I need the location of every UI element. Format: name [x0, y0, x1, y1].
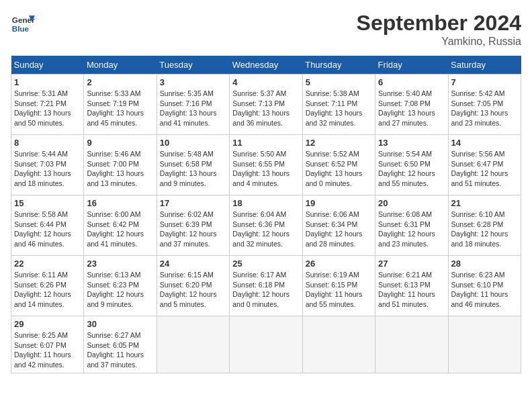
table-row: 10Sunrise: 5:48 AMSunset: 6:58 PMDayligh… [157, 135, 229, 195]
table-row: 20Sunrise: 6:08 AMSunset: 6:31 PMDayligh… [375, 195, 448, 256]
table-row: 13Sunrise: 5:54 AMSunset: 6:50 PMDayligh… [375, 135, 448, 195]
header-saturday: Saturday [448, 56, 521, 75]
day-number: 5 [306, 77, 372, 87]
table-row [448, 316, 521, 373]
day-info: Sunrise: 5:40 AMSunset: 7:08 PMDaylight:… [378, 89, 435, 127]
day-info: Sunrise: 6:02 AMSunset: 6:39 PMDaylight:… [160, 210, 217, 248]
table-row: 16Sunrise: 6:00 AMSunset: 6:42 PMDayligh… [84, 195, 157, 256]
day-number: 19 [306, 198, 372, 208]
day-number: 13 [378, 138, 445, 148]
title-block: September 2024 Yamkino, Russia [357, 11, 521, 48]
table-row: 12Sunrise: 5:52 AMSunset: 6:52 PMDayligh… [302, 135, 375, 195]
day-info: Sunrise: 5:46 AMSunset: 7:00 PMDaylight:… [87, 150, 144, 187]
day-number: 10 [160, 138, 226, 148]
day-info: Sunrise: 6:10 AMSunset: 6:28 PMDaylight:… [451, 210, 508, 248]
day-number: 21 [451, 198, 518, 208]
day-number: 20 [378, 198, 445, 208]
day-info: Sunrise: 6:13 AMSunset: 6:23 PMDaylight:… [87, 271, 144, 308]
day-info: Sunrise: 5:44 AMSunset: 7:03 PMDaylight:… [14, 150, 71, 187]
day-number: 25 [232, 259, 299, 269]
day-info: Sunrise: 5:42 AMSunset: 7:05 PMDaylight:… [451, 89, 508, 127]
day-number: 17 [160, 198, 226, 208]
day-number: 2 [87, 77, 153, 87]
table-row: 19Sunrise: 6:06 AMSunset: 6:34 PMDayligh… [302, 195, 375, 256]
day-number: 1 [14, 77, 81, 87]
table-row [302, 316, 375, 373]
day-number: 23 [87, 259, 153, 269]
table-row: 14Sunrise: 5:56 AMSunset: 6:47 PMDayligh… [448, 135, 521, 195]
day-number: 7 [451, 77, 518, 87]
table-row: 17Sunrise: 6:02 AMSunset: 6:39 PMDayligh… [157, 195, 229, 256]
logo: General Blue [11, 11, 35, 35]
day-info: Sunrise: 5:35 AMSunset: 7:16 PMDaylight:… [160, 89, 217, 127]
location: Yamkino, Russia [357, 36, 521, 48]
day-number: 9 [87, 138, 153, 148]
day-info: Sunrise: 6:21 AMSunset: 6:13 PMDaylight:… [378, 271, 435, 308]
day-info: Sunrise: 6:17 AMSunset: 6:18 PMDaylight:… [232, 271, 290, 308]
day-number: 11 [232, 138, 299, 148]
table-row: 11Sunrise: 5:50 AMSunset: 6:55 PMDayligh… [230, 135, 302, 195]
day-number: 15 [14, 198, 81, 208]
logo-icon: General Blue [11, 11, 35, 35]
svg-text:Blue: Blue [12, 24, 30, 33]
table-row: 29Sunrise: 6:25 AMSunset: 6:07 PMDayligh… [11, 316, 84, 373]
day-info: Sunrise: 5:48 AMSunset: 6:58 PMDaylight:… [160, 150, 217, 187]
day-number: 24 [160, 259, 226, 269]
table-row: 25Sunrise: 6:17 AMSunset: 6:18 PMDayligh… [230, 256, 302, 316]
table-row: 6Sunrise: 5:40 AMSunset: 7:08 PMDaylight… [375, 75, 448, 135]
day-number: 22 [14, 259, 81, 269]
table-row: 5Sunrise: 5:38 AMSunset: 7:11 PMDaylight… [302, 75, 375, 135]
header-sunday: Sunday [11, 56, 84, 75]
day-number: 29 [14, 319, 81, 329]
day-info: Sunrise: 5:33 AMSunset: 7:19 PMDaylight:… [87, 89, 144, 127]
day-info: Sunrise: 5:52 AMSunset: 6:52 PMDaylight:… [306, 150, 363, 187]
table-row: 1Sunrise: 5:31 AMSunset: 7:21 PMDaylight… [11, 75, 84, 135]
header-tuesday: Tuesday [157, 56, 229, 75]
table-row: 26Sunrise: 6:19 AMSunset: 6:15 PMDayligh… [302, 256, 375, 316]
day-info: Sunrise: 6:08 AMSunset: 6:31 PMDaylight:… [378, 210, 435, 248]
calendar-table: Sunday Monday Tuesday Wednesday Thursday… [11, 56, 521, 373]
page-header: General Blue September 2024 Yamkino, Rus… [11, 11, 521, 48]
table-row: 27Sunrise: 6:21 AMSunset: 6:13 PMDayligh… [375, 256, 448, 316]
day-info: Sunrise: 6:19 AMSunset: 6:15 PMDaylight:… [306, 271, 363, 308]
day-number: 16 [87, 198, 153, 208]
day-info: Sunrise: 6:15 AMSunset: 6:20 PMDaylight:… [160, 271, 217, 308]
day-number: 18 [232, 198, 299, 208]
day-number: 4 [232, 77, 299, 87]
table-row [375, 316, 448, 373]
day-info: Sunrise: 6:00 AMSunset: 6:42 PMDaylight:… [87, 210, 144, 248]
table-row: 7Sunrise: 5:42 AMSunset: 7:05 PMDaylight… [448, 75, 521, 135]
table-row: 30Sunrise: 6:27 AMSunset: 6:05 PMDayligh… [84, 316, 157, 373]
day-number: 6 [378, 77, 445, 87]
table-row: 28Sunrise: 6:23 AMSunset: 6:10 PMDayligh… [448, 256, 521, 316]
day-info: Sunrise: 5:31 AMSunset: 7:21 PMDaylight:… [14, 89, 71, 127]
table-row: 15Sunrise: 5:58 AMSunset: 6:44 PMDayligh… [11, 195, 84, 256]
day-number: 27 [378, 259, 445, 269]
day-info: Sunrise: 5:38 AMSunset: 7:11 PMDaylight:… [306, 89, 363, 127]
day-info: Sunrise: 6:23 AMSunset: 6:10 PMDaylight:… [451, 271, 508, 308]
day-info: Sunrise: 5:37 AMSunset: 7:13 PMDaylight:… [232, 89, 290, 127]
day-number: 8 [14, 138, 81, 148]
day-info: Sunrise: 5:54 AMSunset: 6:50 PMDaylight:… [378, 150, 435, 187]
day-info: Sunrise: 6:06 AMSunset: 6:34 PMDaylight:… [306, 210, 363, 248]
day-number: 3 [160, 77, 226, 87]
table-row: 8Sunrise: 5:44 AMSunset: 7:03 PMDaylight… [11, 135, 84, 195]
table-row: 21Sunrise: 6:10 AMSunset: 6:28 PMDayligh… [448, 195, 521, 256]
day-info: Sunrise: 5:58 AMSunset: 6:44 PMDaylight:… [14, 210, 71, 248]
table-row: 3Sunrise: 5:35 AMSunset: 7:16 PMDaylight… [157, 75, 229, 135]
day-info: Sunrise: 5:50 AMSunset: 6:55 PMDaylight:… [232, 150, 290, 187]
day-number: 28 [451, 259, 518, 269]
day-number: 14 [451, 138, 518, 148]
table-row: 2Sunrise: 5:33 AMSunset: 7:19 PMDaylight… [84, 75, 157, 135]
day-info: Sunrise: 6:04 AMSunset: 6:36 PMDaylight:… [232, 210, 290, 248]
table-row: 23Sunrise: 6:13 AMSunset: 6:23 PMDayligh… [84, 256, 157, 316]
table-row: 22Sunrise: 6:11 AMSunset: 6:26 PMDayligh… [11, 256, 84, 316]
day-number: 30 [87, 319, 153, 329]
month-title: September 2024 [357, 11, 521, 36]
day-info: Sunrise: 6:27 AMSunset: 6:05 PMDaylight:… [87, 331, 144, 369]
table-row: 9Sunrise: 5:46 AMSunset: 7:00 PMDaylight… [84, 135, 157, 195]
day-number: 26 [306, 259, 372, 269]
table-row [157, 316, 229, 373]
header-thursday: Thursday [302, 56, 375, 75]
day-info: Sunrise: 6:11 AMSunset: 6:26 PMDaylight:… [14, 271, 71, 308]
